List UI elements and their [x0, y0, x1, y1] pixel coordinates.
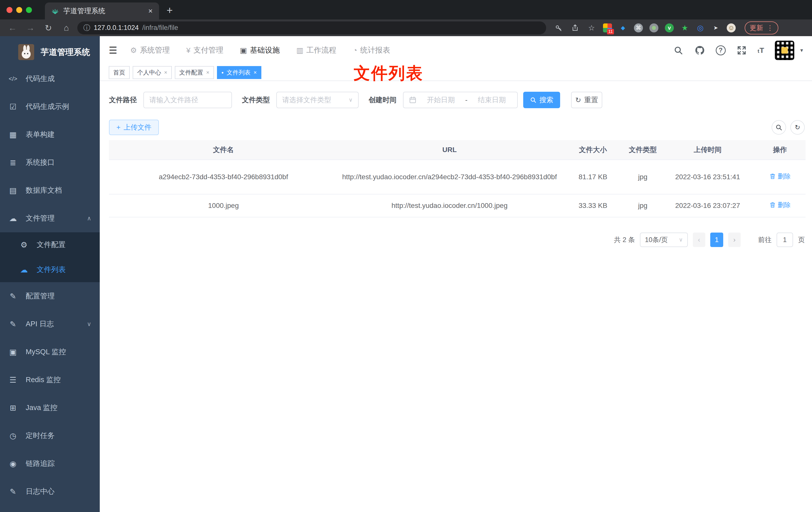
- address-bar[interactable]: ⓘ 127.0.0.1:1024/infra/file/file: [77, 22, 546, 34]
- cell-upload-time: 2022-03-16 23:51:41: [661, 172, 754, 182]
- toolbar-right-icons: ↻: [772, 120, 805, 134]
- browser-update-button[interactable]: 更新 ⋮: [745, 22, 778, 34]
- col-header-url: URL: [338, 144, 561, 155]
- edit-icon: ✎: [8, 292, 18, 301]
- bookmark-star-icon[interactable]: ☆: [586, 23, 597, 33]
- font-size-icon[interactable]: tT: [758, 46, 764, 55]
- tab-payment-manage[interactable]: ¥ 支付管理: [186, 45, 224, 55]
- sidebar-item-code-demo[interactable]: ☑ 代码生成示例: [0, 93, 100, 121]
- shield-check-icon: ☑: [8, 102, 18, 112]
- briefcase-icon: ▥: [296, 46, 303, 55]
- sidebar-item-config-manage[interactable]: ✎ 配置管理: [0, 282, 100, 310]
- path-input[interactable]: [149, 96, 226, 104]
- browser-tab[interactable]: 芋道管理系统 ×: [45, 2, 159, 20]
- close-window-button[interactable]: [6, 7, 12, 13]
- sidebar-item-mysql-monitor[interactable]: ▣ MySQL 监控: [0, 338, 100, 366]
- zoom-window-button[interactable]: [26, 7, 32, 13]
- tab-infrastructure[interactable]: ▣ 基础设施: [240, 45, 280, 55]
- sidebar-item-file-manage[interactable]: ☁ 文件管理 ∧: [0, 204, 100, 232]
- sidebar-item-form-builder[interactable]: ▦ 表单构建: [0, 121, 100, 149]
- sidebar-item-system-api[interactable]: ≣ 系统接口: [0, 149, 100, 177]
- cell-file-name: a294ecb2-73dd-4353-bf40-296b8931d0bf: [109, 172, 338, 182]
- extension-v-icon[interactable]: v: [665, 24, 674, 32]
- close-icon[interactable]: ×: [206, 69, 209, 76]
- sidebar-item-log-center[interactable]: ✎ 日志中心: [0, 478, 100, 506]
- avatar-qr-image[interactable]: [775, 41, 794, 60]
- fullscreen-icon[interactable]: [736, 45, 747, 56]
- gear-icon: ⚙: [130, 46, 137, 55]
- minimize-window-button[interactable]: [16, 7, 22, 13]
- sidebar-item-trace[interactable]: ◉ 链路追踪: [0, 450, 100, 478]
- github-icon[interactable]: [694, 45, 705, 56]
- browser-menu-kebab-icon[interactable]: ⋮: [766, 24, 773, 32]
- extension-pointer-icon[interactable]: ➤: [711, 24, 720, 32]
- next-page-button[interactable]: ›: [728, 233, 741, 247]
- header-actions: ? tT ▾: [673, 41, 803, 60]
- extension-swirl-icon[interactable]: ◎: [696, 24, 705, 32]
- delete-button[interactable]: 删除: [770, 200, 791, 210]
- reset-button[interactable]: ↻ 重置: [571, 92, 602, 108]
- browser-tabbar: 芋道管理系统 × +: [0, 0, 812, 20]
- tag-file-list[interactable]: ● 文件列表 ×: [217, 66, 261, 79]
- date-start-placeholder[interactable]: 开始日期: [421, 95, 461, 105]
- tag-file-config[interactable]: 文件配置 ×: [175, 66, 214, 79]
- sidebar-logo[interactable]: 芋道管理系统: [18, 44, 90, 60]
- extension-dot-icon[interactable]: [649, 24, 658, 32]
- reload-icon[interactable]: ↻: [43, 23, 54, 33]
- page-size-select[interactable]: 10条/页 ∨: [640, 233, 688, 247]
- sidebar-item-cron-job[interactable]: ◷ 定时任务: [0, 422, 100, 450]
- site-info-icon[interactable]: ⓘ: [83, 23, 90, 33]
- share-icon[interactable]: [570, 23, 580, 33]
- caret-down-icon[interactable]: ▾: [800, 47, 803, 54]
- password-key-icon[interactable]: [554, 23, 563, 33]
- extension-star-icon[interactable]: ★: [680, 24, 689, 32]
- current-page-button[interactable]: 1: [710, 233, 723, 247]
- grid-icon: ▤: [8, 186, 18, 195]
- toggle-search-button[interactable]: [772, 120, 786, 134]
- browser-chrome: 芋道管理系统 × + ← → ↻ ⌂ ⓘ 127.0.0.1:1024/infr…: [0, 0, 812, 36]
- search-button[interactable]: 搜索: [523, 92, 560, 108]
- home-icon[interactable]: ⌂: [61, 23, 72, 33]
- date-range-picker[interactable]: 开始日期 - 结束日期: [403, 92, 518, 108]
- tab-workflow[interactable]: ▥ 工作流程: [296, 45, 336, 55]
- sidebar-item-java-monitor[interactable]: ⊞ Java 监控: [0, 394, 100, 422]
- hamburger-icon[interactable]: ☰: [109, 45, 117, 56]
- help-icon[interactable]: ?: [716, 46, 726, 55]
- extension-gem-icon[interactable]: ◆: [618, 24, 628, 32]
- extension-colorful-icon[interactable]: 11: [603, 24, 612, 32]
- active-dot-icon: ●: [222, 70, 224, 74]
- delete-button[interactable]: 删除: [770, 171, 791, 181]
- search-icon[interactable]: [673, 45, 684, 56]
- tag-profile[interactable]: 个人中心 ×: [133, 66, 172, 79]
- refresh-table-button[interactable]: ↻: [790, 120, 805, 134]
- logo-rabbit-image: [18, 44, 34, 60]
- sidebar-item-redis-monitor[interactable]: ☰ Redis 监控: [0, 366, 100, 394]
- date-end-placeholder[interactable]: 结束日期: [472, 95, 512, 105]
- url-path: /infra/file/file: [142, 24, 178, 32]
- sidebar-item-file-list[interactable]: ☁ 文件列表: [0, 257, 100, 282]
- cell-file-size: 33.33 KB: [561, 200, 625, 211]
- close-icon[interactable]: ×: [254, 69, 257, 76]
- back-icon[interactable]: ←: [7, 23, 18, 33]
- app-title: 芋道管理系统: [41, 47, 90, 58]
- new-tab-button[interactable]: +: [167, 4, 173, 17]
- tag-home[interactable]: 首页: [109, 66, 130, 79]
- prev-page-button[interactable]: ‹: [693, 233, 705, 247]
- goto-page-input[interactable]: [777, 233, 793, 247]
- tab-close-icon[interactable]: ×: [148, 7, 153, 15]
- sidebar-item-db-doc[interactable]: ▤ 数据库文档: [0, 177, 100, 204]
- type-select[interactable]: 请选择文件类型 ∨: [276, 92, 358, 108]
- sidebar-item-file-config[interactable]: ⚙ 文件配置: [0, 232, 100, 257]
- tab-system-manage[interactable]: ⚙ 系统管理: [130, 45, 170, 55]
- log-edit-icon: ✎: [8, 487, 18, 496]
- refresh-icon: ↻: [795, 124, 800, 131]
- close-icon[interactable]: ×: [164, 69, 167, 76]
- upload-button[interactable]: + 上传文件: [109, 120, 159, 135]
- sidebar-item-api-log[interactable]: ✎ API 日志 ∨: [0, 310, 100, 338]
- extension-emoji-icon[interactable]: ☺: [727, 24, 736, 32]
- sidebar-item-code-gen[interactable]: </> 代码生成: [0, 65, 100, 93]
- chevron-down-icon: ∨: [349, 97, 353, 103]
- tab-report[interactable]: ◔ 统计报表: [353, 45, 390, 55]
- forward-icon[interactable]: →: [25, 23, 36, 33]
- extension-command-icon[interactable]: ⌘: [634, 24, 643, 32]
